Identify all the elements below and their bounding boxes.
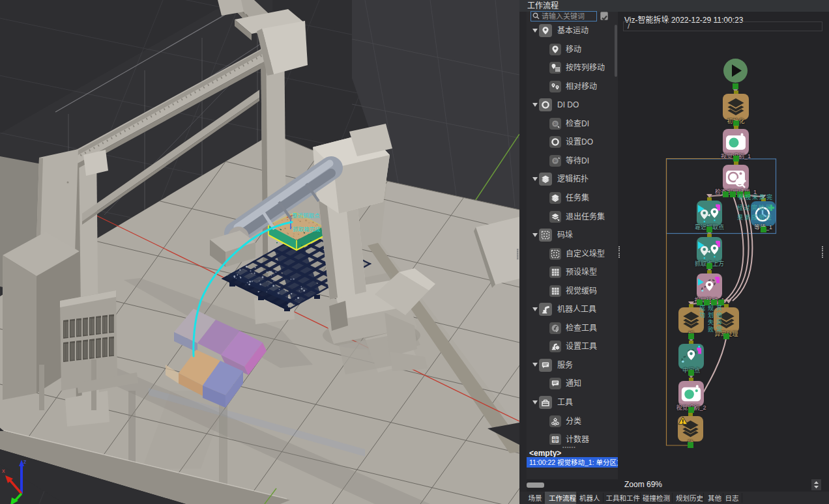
svg-text:抓取箱完成: 抓取箱完成 xyxy=(293,226,321,232)
svg-text:3: 3 xyxy=(553,440,555,443)
svg-text:z: z xyxy=(23,458,27,465)
svg-text:DI: DI xyxy=(554,160,557,163)
svg-text:x: x xyxy=(2,468,5,474)
svg-text:4: 4 xyxy=(556,440,558,443)
svg-text:DI: DI xyxy=(554,122,557,126)
svg-text:靠近抓取点: 靠近抓取点 xyxy=(292,212,320,219)
